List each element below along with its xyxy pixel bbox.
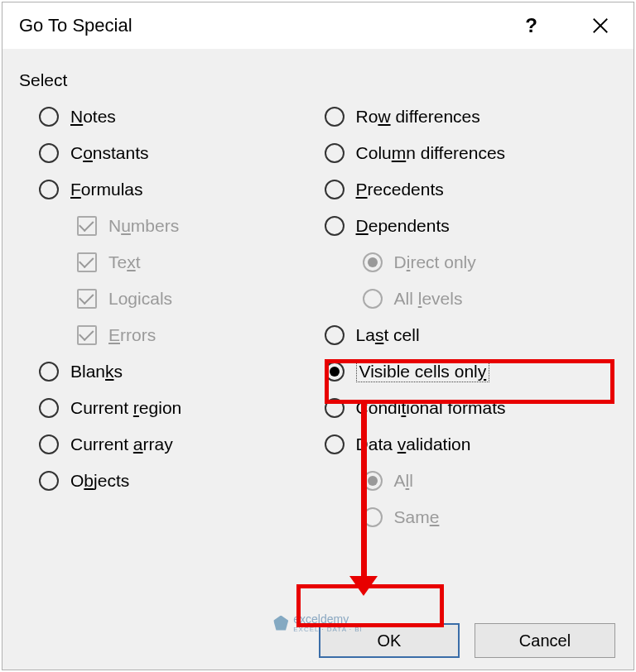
option-conditional-formats[interactable]: Conditional formats [325,390,630,426]
radio-icon [325,398,344,418]
radio-icon [39,362,59,382]
checkbox-numbers: Numbers [39,208,306,244]
option-direct-only: Direct only [325,244,630,281]
option-all: All [325,463,630,499]
radio-icon [363,289,383,309]
select-group-label: Select [19,70,617,90]
option-precedents[interactable]: Precedents [325,171,630,208]
titlebar: Go To Special ? [2,2,634,49]
right-column: Row differences Column differences Prece… [320,98,630,535]
option-notes[interactable]: Notes [39,98,306,135]
checkbox-text: Text [39,244,306,281]
radio-icon [325,180,344,199]
checkbox-errors: Errors [39,317,306,353]
radio-icon [325,434,344,454]
option-dependents[interactable]: Dependents [325,208,630,244]
option-objects[interactable]: Objects [39,463,306,499]
checkbox-icon [77,289,97,309]
radio-icon [363,507,383,527]
close-button[interactable] [574,7,627,44]
options-columns: Notes Constants Formulas Numbers Text [19,98,617,535]
radio-icon [325,107,344,127]
radio-icon [39,107,59,127]
watermark-logo-icon [273,616,288,631]
ok-button[interactable]: OK [319,623,460,658]
radio-icon [39,471,59,491]
close-icon [591,17,610,35]
radio-icon [39,143,59,163]
option-blanks[interactable]: Blanks [39,353,306,390]
option-current-array[interactable]: Current array [39,426,306,463]
checkbox-icon [77,252,97,272]
option-same: Same [325,499,630,535]
checkbox-icon [77,325,97,345]
radio-icon [325,325,344,345]
dialog-buttons: OK Cancel [319,623,615,658]
radio-icon [325,143,344,163]
checkbox-icon [77,216,97,236]
radio-icon [363,252,383,272]
left-column: Notes Constants Formulas Numbers Text [19,98,306,535]
radio-icon [39,180,59,199]
option-data-validation[interactable]: Data validation [325,426,630,463]
option-row-differences[interactable]: Row differences [325,98,630,135]
dialog-body: Select Notes Constants Formulas Numbers [2,49,634,544]
option-all-levels: All levels [325,281,630,317]
checkbox-logicals: Logicals [39,281,306,317]
help-button[interactable]: ? [508,11,554,41]
radio-icon [39,398,59,418]
dialog-title: Go To Special [19,15,132,36]
titlebar-controls: ? [508,7,627,44]
go-to-special-dialog: Go To Special ? Select Notes Constants [2,2,634,670]
radio-icon [325,216,344,236]
radio-icon [325,362,344,382]
option-visible-cells-only[interactable]: Visible cells only [325,353,630,390]
cancel-button[interactable]: Cancel [475,623,615,658]
option-last-cell[interactable]: Last cell [325,317,630,353]
option-constants[interactable]: Constants [39,135,306,171]
option-column-differences[interactable]: Column differences [325,135,630,171]
radio-icon [39,434,59,454]
radio-icon [363,471,383,491]
option-current-region[interactable]: Current region [39,390,306,426]
option-formulas[interactable]: Formulas [39,171,306,208]
